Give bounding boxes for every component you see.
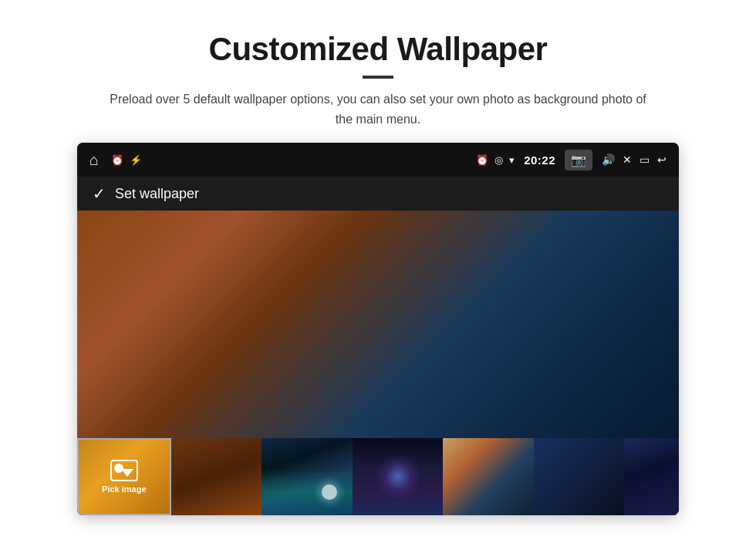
location-icon: ◎ [494, 154, 503, 166]
aurora-effect [262, 438, 353, 515]
pick-image-button[interactable]: Pick image [77, 438, 171, 515]
alarm-icon: ⏰ [476, 154, 488, 166]
thumbnail-5[interactable] [534, 438, 625, 515]
set-wallpaper-bar: ✓ Set wallpaper [77, 177, 679, 211]
set-wallpaper-label: Set wallpaper [115, 186, 199, 202]
time-display: 20:22 [524, 153, 555, 167]
back-icon[interactable]: ↩ [657, 153, 667, 166]
action-icons: 🔊 ✕ ▭ ↩ [602, 153, 667, 166]
status-bar-right: ⏰ ◎ ▾ 20:22 📷 🔊 ✕ ▭ ↩ [476, 150, 667, 170]
device-screen: ⌂ ⏰ ⚡ ⏰ ◎ ▾ 20:22 📷 🔊 ✕ ▭ ↩ ✓ Set wallp [77, 143, 679, 515]
confirm-checkmark[interactable]: ✓ [93, 184, 106, 203]
thumbnail-6[interactable] [624, 438, 679, 515]
usb-icon: ⚡ [130, 154, 142, 166]
camera-icon[interactable]: 📷 [565, 150, 592, 170]
pick-image-icon [110, 460, 138, 481]
thumbnail-3[interactable] [353, 438, 444, 515]
wifi-icon: ▾ [509, 154, 515, 166]
status-icons-left: ⏰ ⚡ [111, 154, 142, 166]
thumbnail-1[interactable] [171, 438, 262, 515]
thumbnail-strip: Pick image [77, 438, 679, 515]
status-bar: ⌂ ⏰ ⚡ ⏰ ◎ ▾ 20:22 📷 🔊 ✕ ▭ ↩ [77, 143, 679, 177]
title-divider [363, 76, 393, 79]
galaxy-swirl [375, 454, 421, 500]
thumbnail-2[interactable] [262, 438, 353, 515]
page-subtitle: Preload over 5 default wallpaper options… [108, 89, 648, 129]
thumbnail-4[interactable] [443, 438, 534, 515]
status-icons-right: ⏰ ◎ ▾ [476, 154, 515, 166]
volume-icon[interactable]: 🔊 [602, 153, 615, 166]
clock-icon: ⏰ [111, 154, 123, 166]
pick-image-label: Pick image [102, 484, 146, 494]
page-title: Customized Wallpaper [209, 31, 548, 68]
window-icon[interactable]: ▭ [640, 153, 650, 166]
wallpaper-preview[interactable] [77, 211, 679, 438]
close-icon[interactable]: ✕ [623, 153, 632, 166]
home-icon[interactable]: ⌂ [89, 151, 99, 169]
status-bar-left: ⌂ ⏰ ⚡ [89, 151, 142, 169]
